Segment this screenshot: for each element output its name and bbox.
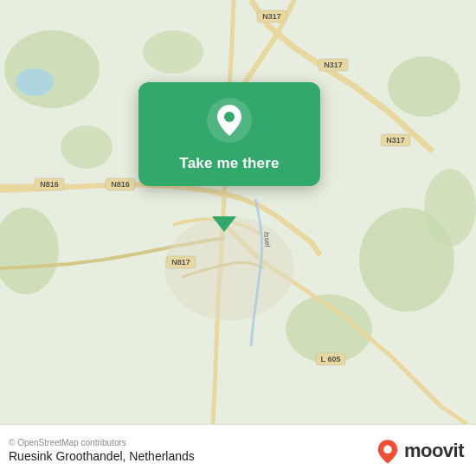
svg-point-3 [388,56,460,117]
svg-point-6 [61,125,113,169]
svg-point-9 [16,68,54,96]
svg-point-28 [383,445,392,453]
moovit-icon [374,437,402,465]
svg-point-1 [4,30,100,108]
take-me-there-button[interactable]: Take me there [179,155,279,172]
footer-bar: © OpenStreetMap contributors Ruesink Gro… [0,424,476,476]
svg-text:L 605: L 605 [321,355,341,363]
svg-text:Issel: Issel [262,231,273,248]
svg-text:N317: N317 [386,136,405,145]
map-container: N317 N317 N317 N816 N816 N817 L 605 Isse… [0,0,476,424]
moovit-text: moovit [404,440,464,462]
svg-point-8 [424,169,476,247]
svg-point-27 [224,112,235,122]
location-name: Ruesink Groothandel, Netherlands [9,449,195,463]
svg-text:N317: N317 [324,61,343,69]
svg-point-7 [143,30,203,74]
svg-text:N816: N816 [40,180,59,189]
popup-caret [212,216,236,232]
moovit-logo: moovit [374,437,464,465]
svg-text:N816: N816 [111,180,130,189]
footer-info: © OpenStreetMap contributors Ruesink Gro… [9,438,195,463]
svg-text:N317: N317 [262,12,281,21]
copyright-text: © OpenStreetMap contributors [9,438,195,447]
popup-card: Take me there [138,82,320,186]
svg-text:N817: N817 [171,258,190,267]
location-pin-icon [207,98,252,143]
